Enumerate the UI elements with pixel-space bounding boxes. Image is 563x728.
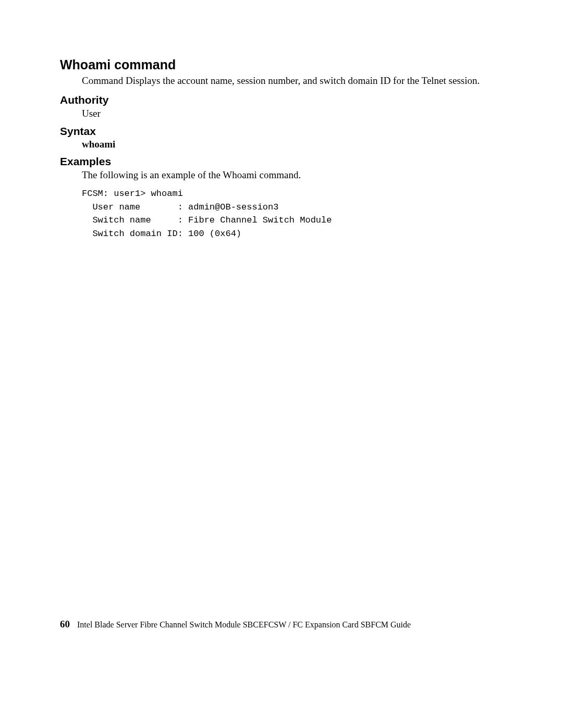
command-description: Command Displays the account name, sessi…: [82, 75, 503, 88]
footer-text: Intel Blade Server Fibre Channel Switch …: [77, 620, 411, 629]
authority-heading: Authority: [60, 94, 503, 106]
page-container: Whoami command Command Displays the acco…: [0, 0, 563, 728]
examples-intro: The following is an example of the Whoam…: [82, 169, 503, 182]
examples-code: FCSM: user1> whoami User name : admin@OB…: [82, 187, 503, 240]
page-footer: 60 Intel Blade Server Fibre Channel Swit…: [60, 619, 411, 630]
authority-text: User: [82, 107, 503, 120]
page-number: 60: [60, 619, 70, 630]
syntax-text: whoami: [82, 139, 503, 150]
page-title: Whoami command: [60, 57, 503, 72]
syntax-heading: Syntax: [60, 125, 503, 138]
examples-heading: Examples: [60, 155, 503, 168]
